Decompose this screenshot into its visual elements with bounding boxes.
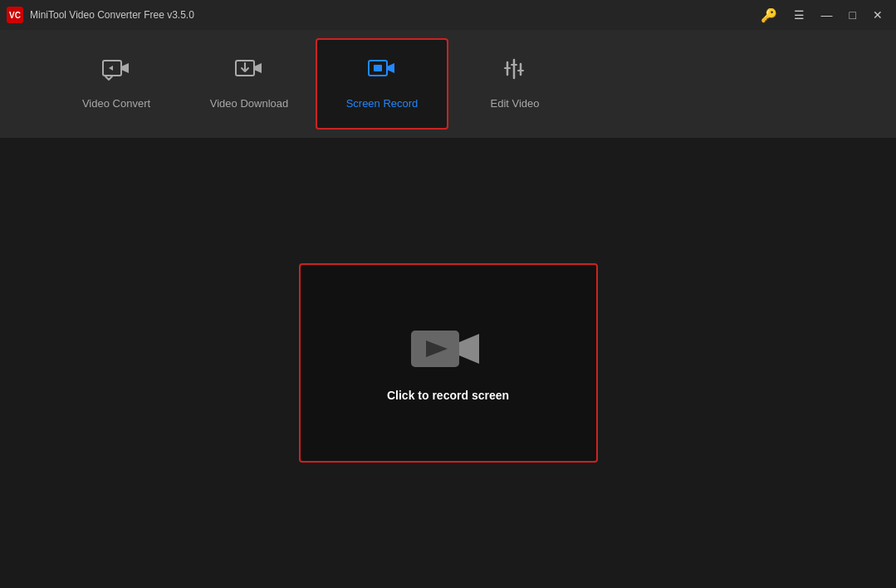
title-bar: VC MiniTool Video Converter Free v3.5.0 …: [0, 0, 896, 30]
record-screen-button[interactable]: Click to record screen: [299, 263, 598, 463]
camera-icon-wrapper: [411, 324, 486, 374]
video-convert-icon: [102, 58, 130, 89]
main-content: Click to record screen: [0, 138, 896, 588]
menu-icon[interactable]: ☰: [787, 5, 811, 25]
edit-video-icon: [501, 58, 529, 89]
minimize-button[interactable]: —: [815, 5, 840, 25]
title-bar-controls: 🔑 ☰ — □ ✕: [754, 4, 889, 27]
record-label: Click to record screen: [387, 389, 509, 402]
tab-video-convert[interactable]: Video Convert: [50, 38, 183, 130]
title-bar-left: VC MiniTool Video Converter Free v3.5.0: [7, 7, 194, 23]
close-button[interactable]: ✕: [866, 5, 889, 25]
svg-rect-3: [374, 65, 382, 71]
tab-screen-record-label: Screen Record: [346, 97, 419, 110]
video-download-icon: [235, 58, 263, 89]
tab-video-download-label: Video Download: [210, 97, 288, 110]
tab-video-convert-label: Video Convert: [82, 97, 150, 110]
app-title: MiniTool Video Converter Free v3.5.0: [30, 9, 194, 21]
camera-record-icon: [411, 324, 486, 374]
screen-record-icon: [368, 58, 396, 89]
key-icon[interactable]: 🔑: [754, 4, 784, 27]
tab-edit-video[interactable]: Edit Video: [448, 38, 581, 130]
tab-edit-video-label: Edit Video: [490, 97, 539, 110]
maximize-button[interactable]: □: [843, 5, 863, 25]
tab-screen-record[interactable]: Screen Record: [316, 38, 448, 130]
app-logo: VC: [7, 7, 23, 23]
tab-video-download[interactable]: Video Download: [183, 38, 316, 130]
nav-bar: Video Convert Video Download Screen Reco…: [0, 30, 896, 138]
